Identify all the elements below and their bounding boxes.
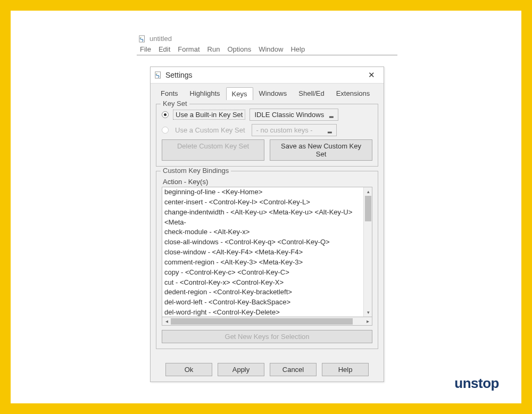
tab-body: Key Set Use a Built-in Key Set IDLE Clas… [151, 100, 384, 359]
save-custom-keyset-button[interactable]: Save as New Custom Key Set [270, 139, 372, 161]
bindings-header: Action - Key(s) [163, 178, 372, 186]
editor-title: untitled [149, 35, 172, 43]
scroll-up-icon[interactable]: ▴ [364, 187, 372, 196]
keyset-fieldset: Key Set Use a Built-in Key Set IDLE Clas… [156, 104, 378, 167]
get-new-keys-button: Get New Keys for Selection [162, 330, 372, 343]
horizontal-scrollbar[interactable]: ◂ ▸ [162, 317, 372, 326]
list-item[interactable]: del-word-left - <Control-Key-BackSpace> [164, 297, 363, 308]
list-item[interactable]: dedent-region - <Control-Key-bracketleft… [164, 287, 363, 297]
app-frame: untitled File Edit Format Run Options Wi… [0, 0, 532, 414]
python-file-icon [155, 71, 162, 79]
builtin-keyset-label[interactable]: Use a Built-in Key Set [173, 110, 245, 120]
bindings-listbox[interactable]: beginning-of-line - <Key-Home> center-in… [162, 187, 372, 317]
list-item[interactable]: cut - <Control-Key-x> <Control-Key-X> [164, 278, 363, 288]
tab-extensions[interactable]: Extensions [330, 87, 376, 100]
builtin-keyset-dropdown[interactable]: IDLE Classic Windows ▂ [250, 109, 338, 121]
hscroll-thumb[interactable] [171, 318, 353, 325]
menu-options[interactable]: Options [224, 45, 254, 53]
tab-fonts[interactable]: Fonts [155, 87, 184, 100]
dropdown-arrow-icon: ▂ [328, 127, 332, 133]
vertical-scrollbar[interactable]: ▴ ▾ [363, 187, 372, 317]
svg-point-1 [140, 37, 141, 37]
bindings-legend: Custom Key Bindings [161, 167, 231, 175]
unstop-watermark: unstop [454, 375, 499, 392]
dropdown-arrow-icon: ▂ [329, 112, 334, 118]
close-icon[interactable]: ✕ [365, 70, 378, 80]
python-file-icon [139, 35, 146, 43]
tab-keys[interactable]: Keys [226, 87, 253, 100]
editor-titlebar: untitled [137, 34, 397, 44]
scroll-left-icon[interactable]: ◂ [162, 317, 171, 325]
tab-windows[interactable]: Windows [253, 87, 293, 100]
menu-file[interactable]: File [137, 45, 154, 53]
builtin-keyset-radio[interactable] [162, 111, 169, 118]
custom-keyset-radio[interactable] [162, 127, 169, 134]
settings-dialog: Settings ✕ Fonts Highlights Keys Windows… [150, 67, 384, 382]
menu-format[interactable]: Format [174, 45, 203, 53]
tab-highlights[interactable]: Highlights [184, 87, 226, 100]
builtin-keyset-row: Use a Built-in Key Set IDLE Classic Wind… [162, 109, 372, 121]
list-item[interactable]: check-module - <Alt-Key-x> [164, 227, 363, 237]
list-item[interactable]: close-all-windows - <Control-Key-q> <Con… [164, 237, 363, 247]
custom-keyset-value: - no custom keys - [256, 126, 313, 134]
idle-editor-window: untitled File Edit Format Run Options Wi… [137, 34, 397, 55]
custom-keyset-row: Use a Custom Key Set - no custom keys - … [162, 124, 372, 136]
menu-help[interactable]: Help [287, 45, 308, 53]
apply-button[interactable]: Apply [218, 363, 264, 376]
menu-bar: File Edit Format Run Options Window Help [137, 44, 397, 55]
builtin-keyset-value: IDLE Classic Windows [254, 111, 324, 119]
scroll-thumb[interactable] [365, 196, 371, 221]
menu-window[interactable]: Window [255, 45, 286, 53]
dialog-titlebar: Settings ✕ [151, 67, 384, 84]
cancel-button[interactable]: Cancel [270, 363, 317, 376]
keyset-legend: Key Set [161, 100, 189, 107]
tab-shell-ed[interactable]: Shell/Ed [293, 87, 330, 100]
list-item[interactable]: change-indentwidth - <Alt-Key-u> <Meta-K… [164, 208, 363, 228]
list-item[interactable]: comment-region - <Alt-Key-3> <Meta-Key-3… [164, 258, 363, 268]
custom-keyset-dropdown: - no custom keys - ▂ [252, 124, 337, 136]
dialog-footer: Ok Apply Cancel Help [151, 359, 384, 382]
tab-strip: Fonts Highlights Keys Windows Shell/Ed E… [151, 84, 384, 100]
scroll-right-icon[interactable]: ▸ [363, 317, 372, 325]
svg-point-3 [156, 73, 157, 74]
custom-keyset-label: Use a Custom Key Set [173, 126, 247, 135]
menu-run[interactable]: Run [204, 45, 223, 53]
dialog-title: Settings [165, 71, 193, 79]
list-item[interactable]: close-window - <Alt-Key-F4> <Meta-Key-F4… [164, 247, 363, 258]
list-item[interactable]: copy - <Control-Key-c> <Control-Key-C> [164, 268, 363, 278]
list-item[interactable]: del-word-right - <Control-Key-Delete> [164, 308, 363, 317]
ok-button[interactable]: Ok [165, 363, 212, 376]
bindings-list-content[interactable]: beginning-of-line - <Key-Home> center-in… [162, 187, 372, 317]
scroll-down-icon[interactable]: ▾ [364, 308, 372, 317]
list-item[interactable]: beginning-of-line - <Key-Home> [164, 187, 363, 197]
bindings-fieldset: Custom Key Bindings Action - Key(s) begi… [156, 171, 378, 349]
help-button[interactable]: Help [322, 363, 369, 376]
menu-edit[interactable]: Edit [155, 45, 173, 53]
delete-custom-keyset-button: Delete Custom Key Set [162, 139, 264, 161]
list-item[interactable]: center-insert - <Control-Key-l> <Control… [164, 197, 363, 208]
